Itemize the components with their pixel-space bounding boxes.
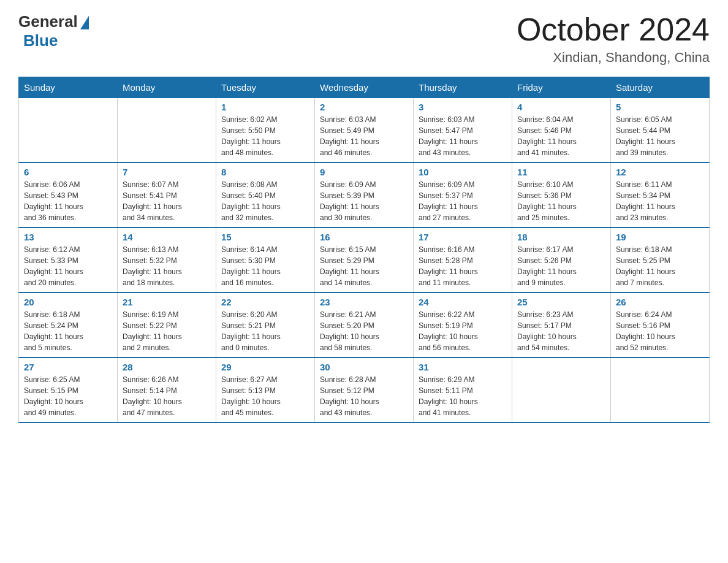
weekday-header-saturday: Saturday <box>611 77 710 98</box>
calendar-cell: 5Sunrise: 6:05 AM Sunset: 5:44 PM Daylig… <box>611 98 710 163</box>
day-number: 9 <box>320 167 408 177</box>
day-info: Sunrise: 6:29 AM Sunset: 5:11 PM Dayligh… <box>419 374 507 418</box>
day-info: Sunrise: 6:08 AM Sunset: 5:40 PM Dayligh… <box>221 179 309 223</box>
day-number: 29 <box>221 362 309 372</box>
day-info: Sunrise: 6:05 AM Sunset: 5:44 PM Dayligh… <box>616 114 704 158</box>
day-info: Sunrise: 6:27 AM Sunset: 5:13 PM Dayligh… <box>221 374 309 418</box>
calendar-cell: 3Sunrise: 6:03 AM Sunset: 5:47 PM Daylig… <box>414 98 512 163</box>
day-info: Sunrise: 6:18 AM Sunset: 5:24 PM Dayligh… <box>24 309 112 353</box>
day-number: 20 <box>24 297 112 307</box>
day-number: 8 <box>221 167 309 177</box>
calendar-header-row: SundayMondayTuesdayWednesdayThursdayFrid… <box>19 77 710 98</box>
day-number: 15 <box>221 232 309 242</box>
calendar-cell: 14Sunrise: 6:13 AM Sunset: 5:32 PM Dayli… <box>118 228 216 293</box>
day-info: Sunrise: 6:25 AM Sunset: 5:15 PM Dayligh… <box>24 374 112 418</box>
day-info: Sunrise: 6:10 AM Sunset: 5:36 PM Dayligh… <box>517 179 605 223</box>
day-number: 16 <box>320 232 408 242</box>
calendar-week-row: 6Sunrise: 6:06 AM Sunset: 5:43 PM Daylig… <box>19 163 710 228</box>
day-info: Sunrise: 6:28 AM Sunset: 5:12 PM Dayligh… <box>320 374 408 418</box>
day-info: Sunrise: 6:14 AM Sunset: 5:30 PM Dayligh… <box>221 244 309 288</box>
day-info: Sunrise: 6:04 AM Sunset: 5:46 PM Dayligh… <box>517 114 605 158</box>
calendar-cell <box>512 358 611 423</box>
day-number: 22 <box>221 297 309 307</box>
day-number: 17 <box>419 232 507 242</box>
calendar-cell: 7Sunrise: 6:07 AM Sunset: 5:41 PM Daylig… <box>118 163 216 228</box>
calendar-cell: 31Sunrise: 6:29 AM Sunset: 5:11 PM Dayli… <box>414 358 512 423</box>
day-info: Sunrise: 6:06 AM Sunset: 5:43 PM Dayligh… <box>24 179 112 223</box>
calendar-cell: 10Sunrise: 6:09 AM Sunset: 5:37 PM Dayli… <box>414 163 512 228</box>
day-info: Sunrise: 6:23 AM Sunset: 5:17 PM Dayligh… <box>517 309 605 353</box>
day-number: 11 <box>517 167 605 177</box>
calendar-cell: 17Sunrise: 6:16 AM Sunset: 5:28 PM Dayli… <box>414 228 512 293</box>
day-number: 31 <box>419 362 507 372</box>
calendar-cell: 30Sunrise: 6:28 AM Sunset: 5:12 PM Dayli… <box>315 358 414 423</box>
calendar-cell: 11Sunrise: 6:10 AM Sunset: 5:36 PM Dayli… <box>512 163 611 228</box>
day-number: 13 <box>24 232 112 242</box>
calendar-cell: 23Sunrise: 6:21 AM Sunset: 5:20 PM Dayli… <box>315 293 414 358</box>
day-info: Sunrise: 6:17 AM Sunset: 5:26 PM Dayligh… <box>517 244 605 288</box>
day-info: Sunrise: 6:26 AM Sunset: 5:14 PM Dayligh… <box>123 374 211 418</box>
calendar-cell: 4Sunrise: 6:04 AM Sunset: 5:46 PM Daylig… <box>512 98 611 163</box>
day-info: Sunrise: 6:21 AM Sunset: 5:20 PM Dayligh… <box>320 309 408 353</box>
weekday-header-thursday: Thursday <box>414 77 512 98</box>
weekday-header-sunday: Sunday <box>19 77 118 98</box>
calendar-cell: 20Sunrise: 6:18 AM Sunset: 5:24 PM Dayli… <box>19 293 118 358</box>
calendar-week-row: 1Sunrise: 6:02 AM Sunset: 5:50 PM Daylig… <box>19 98 710 163</box>
day-number: 1 <box>221 102 309 112</box>
calendar-cell: 25Sunrise: 6:23 AM Sunset: 5:17 PM Dayli… <box>512 293 611 358</box>
calendar-week-row: 20Sunrise: 6:18 AM Sunset: 5:24 PM Dayli… <box>19 293 710 358</box>
logo: General Blue <box>18 12 89 50</box>
day-number: 28 <box>123 362 211 372</box>
calendar-cell: 9Sunrise: 6:09 AM Sunset: 5:39 PM Daylig… <box>315 163 414 228</box>
calendar-cell: 13Sunrise: 6:12 AM Sunset: 5:33 PM Dayli… <box>19 228 118 293</box>
day-info: Sunrise: 6:03 AM Sunset: 5:49 PM Dayligh… <box>320 114 408 158</box>
calendar-cell <box>611 358 710 423</box>
day-info: Sunrise: 6:13 AM Sunset: 5:32 PM Dayligh… <box>123 244 211 288</box>
day-number: 30 <box>320 362 408 372</box>
page-header: General Blue October 2024 Xindian, Shand… <box>18 12 710 66</box>
calendar-cell: 22Sunrise: 6:20 AM Sunset: 5:21 PM Dayli… <box>216 293 315 358</box>
logo-general-text: General <box>18 12 78 31</box>
day-info: Sunrise: 6:03 AM Sunset: 5:47 PM Dayligh… <box>419 114 507 158</box>
calendar-cell: 12Sunrise: 6:11 AM Sunset: 5:34 PM Dayli… <box>611 163 710 228</box>
day-number: 18 <box>517 232 605 242</box>
day-info: Sunrise: 6:16 AM Sunset: 5:28 PM Dayligh… <box>419 244 507 288</box>
day-info: Sunrise: 6:18 AM Sunset: 5:25 PM Dayligh… <box>616 244 704 288</box>
day-info: Sunrise: 6:09 AM Sunset: 5:37 PM Dayligh… <box>419 179 507 223</box>
day-info: Sunrise: 6:20 AM Sunset: 5:21 PM Dayligh… <box>221 309 309 353</box>
weekday-header-friday: Friday <box>512 77 611 98</box>
weekday-header-monday: Monday <box>118 77 216 98</box>
day-number: 12 <box>616 167 704 177</box>
calendar-cell: 16Sunrise: 6:15 AM Sunset: 5:29 PM Dayli… <box>315 228 414 293</box>
day-number: 10 <box>419 167 507 177</box>
calendar-week-row: 27Sunrise: 6:25 AM Sunset: 5:15 PM Dayli… <box>19 358 710 423</box>
day-number: 19 <box>616 232 704 242</box>
calendar-cell: 8Sunrise: 6:08 AM Sunset: 5:40 PM Daylig… <box>216 163 315 228</box>
day-info: Sunrise: 6:09 AM Sunset: 5:39 PM Dayligh… <box>320 179 408 223</box>
title-block: October 2024 Xindian, Shandong, China <box>517 12 710 66</box>
day-number: 25 <box>517 297 605 307</box>
calendar-cell: 6Sunrise: 6:06 AM Sunset: 5:43 PM Daylig… <box>19 163 118 228</box>
calendar-cell: 29Sunrise: 6:27 AM Sunset: 5:13 PM Dayli… <box>216 358 315 423</box>
calendar-cell <box>19 98 118 163</box>
day-number: 23 <box>320 297 408 307</box>
calendar-cell: 24Sunrise: 6:22 AM Sunset: 5:19 PM Dayli… <box>414 293 512 358</box>
day-number: 27 <box>24 362 112 372</box>
day-info: Sunrise: 6:02 AM Sunset: 5:50 PM Dayligh… <box>221 114 309 158</box>
day-info: Sunrise: 6:12 AM Sunset: 5:33 PM Dayligh… <box>24 244 112 288</box>
day-info: Sunrise: 6:22 AM Sunset: 5:19 PM Dayligh… <box>419 309 507 353</box>
calendar-table: SundayMondayTuesdayWednesdayThursdayFrid… <box>18 77 710 423</box>
calendar-cell: 27Sunrise: 6:25 AM Sunset: 5:15 PM Dayli… <box>19 358 118 423</box>
calendar-cell: 15Sunrise: 6:14 AM Sunset: 5:30 PM Dayli… <box>216 228 315 293</box>
calendar-title: October 2024 <box>517 12 710 47</box>
day-info: Sunrise: 6:11 AM Sunset: 5:34 PM Dayligh… <box>616 179 704 223</box>
calendar-cell: 26Sunrise: 6:24 AM Sunset: 5:16 PM Dayli… <box>611 293 710 358</box>
calendar-cell: 2Sunrise: 6:03 AM Sunset: 5:49 PM Daylig… <box>315 98 414 163</box>
weekday-header-tuesday: Tuesday <box>216 77 315 98</box>
day-number: 26 <box>616 297 704 307</box>
logo-blue-text: Blue <box>23 31 58 50</box>
day-number: 24 <box>419 297 507 307</box>
day-info: Sunrise: 6:24 AM Sunset: 5:16 PM Dayligh… <box>616 309 704 353</box>
day-number: 4 <box>517 102 605 112</box>
day-info: Sunrise: 6:07 AM Sunset: 5:41 PM Dayligh… <box>123 179 211 223</box>
